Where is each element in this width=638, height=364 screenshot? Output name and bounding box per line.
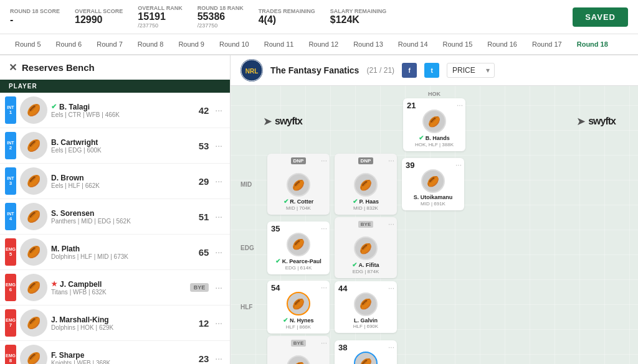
player-score: 51 — [190, 212, 209, 222]
card-menu-icon[interactable]: ··· — [388, 156, 394, 165]
avatar: 🏉 — [287, 173, 310, 197]
swyftx-logo-right: swyftx — [588, 116, 616, 127]
round-9-tab[interactable]: Round 9 — [171, 34, 212, 55]
bench-player-menu[interactable]: ··· — [212, 212, 225, 222]
player-club: Knights | WFB | 368K — [51, 360, 186, 365]
player-card: 39 ··· 🏉 S. Utoikamanu MID | 691K — [402, 158, 464, 210]
player-card: 44 ··· 🏉 L. Galvin HLF | 690K — [335, 281, 397, 334]
card-score: 54 — [271, 283, 280, 292]
player-card: BYE ··· 🏉 ✔ A. Fifita EDG | 874K — [335, 217, 397, 278]
bench-player-menu[interactable]: ··· — [212, 141, 225, 151]
player-name: F. Sharpe — [51, 351, 186, 360]
round-8-tab[interactable]: Round 8 — [130, 34, 171, 55]
card-score: 39 — [406, 161, 414, 170]
player-card-pos-price: MID | 704K — [286, 205, 311, 211]
card-menu-icon[interactable]: ··· — [457, 101, 463, 110]
close-icon[interactable]: ✕ — [9, 62, 17, 73]
reserves-bench-panel: ✕ Reserves Bench PLAYER INT 1 🏉 ✔ B. Tal… — [0, 55, 231, 364]
ctr-row: CTR BYE ··· 🏉 ✔ J. Wighton HLF, CTR | 44… — [240, 336, 628, 364]
bench-header: ✕ Reserves Bench — [0, 55, 230, 80]
round-18-tab[interactable]: Round 18 — [569, 34, 616, 55]
mid-cards: DNP ··· 🏉 ✔ R. Cotter MID | 704K DNP ···… — [267, 154, 628, 215]
bench-player-menu[interactable]: ··· — [212, 176, 225, 186]
facebook-button[interactable]: f — [402, 63, 417, 78]
round-13-tab[interactable]: Round 13 — [346, 34, 391, 55]
list-item: EMG 6 🏉 ★ J. Campbell Titans | WFB | 632… — [0, 270, 230, 306]
player-club: Eels | EDG | 600K — [51, 147, 186, 154]
bench-player-menu[interactable]: ··· — [212, 105, 225, 115]
check-icon: ✔ — [51, 103, 57, 111]
round-6-tab[interactable]: Round 6 — [49, 34, 90, 55]
player-card-pos-price: HOK, HLF | 388K — [415, 142, 454, 147]
edg-cards: 35 ··· 🏉 ✔ K. Pearce-Paul EDG | 614K BYE… — [267, 217, 628, 278]
round-17-tab[interactable]: Round 17 — [525, 34, 569, 55]
round-5-tab[interactable]: Round 5 — [7, 34, 49, 55]
hok-row: ➤ swyftx HOK 21 ··· 🏉 ✔ B. Hands HOK, HL… — [240, 91, 628, 151]
player-card-name: ✔ B. Hands — [419, 134, 450, 142]
bench-player-menu[interactable]: ··· — [212, 282, 225, 292]
saved-button[interactable]: SAVED — [573, 7, 628, 27]
avatar: 🏉 — [20, 309, 47, 337]
player-card: 54 ··· 🏉 ✔ N. Hynes HLF | 866K — [267, 281, 330, 334]
card-menu-icon[interactable]: ··· — [388, 220, 394, 228]
price-dropdown[interactable]: PRICE SCORE FORM — [447, 63, 495, 78]
round-14-tab[interactable]: Round 14 — [391, 34, 436, 55]
twitter-button[interactable]: t — [424, 63, 439, 78]
overall-rank-stat: OVERALL RANK 15191 /237750 — [138, 5, 182, 29]
bench-player-menu[interactable]: ··· — [212, 353, 225, 363]
card-menu-icon[interactable]: ··· — [321, 224, 327, 233]
round-11-tab[interactable]: Round 11 — [257, 34, 302, 55]
card-menu-icon[interactable]: ··· — [321, 338, 327, 347]
position-badge-int: INT 4 — [5, 203, 16, 230]
round18-score-value: - — [10, 14, 60, 26]
check-icon: ✔ — [283, 317, 288, 324]
player-card-pos-price: HLF | 690K — [353, 324, 378, 329]
player-info: B. Cartwright Eels | EDG | 600K — [51, 138, 186, 154]
check-icon: ✔ — [419, 134, 424, 141]
hok-label: HOK — [428, 91, 440, 97]
bench-player-menu[interactable]: ··· — [212, 247, 225, 257]
position-badge-emg: EMG 7 — [5, 309, 16, 337]
card-menu-icon[interactable]: ··· — [455, 161, 462, 169]
mid-label: MID — [240, 181, 262, 188]
salary-stat: SALARY REMAINING $124K — [330, 8, 387, 26]
dnp-badge: DNP — [291, 157, 307, 164]
player-name: ★ J. Campbell — [51, 280, 186, 289]
bye-badge: BYE — [358, 221, 373, 228]
avatar: 🏉 — [20, 167, 47, 195]
salary-value: $124K — [330, 14, 387, 26]
player-name: S. Sorensen — [51, 209, 186, 218]
round-10-tab[interactable]: Round 10 — [212, 34, 257, 55]
field-panel: NRL The Fantasy Fanatics (21 / 21) f t P… — [231, 55, 638, 364]
check-icon: ✔ — [275, 258, 280, 264]
check-icon: ✔ — [353, 198, 358, 205]
avatar: 🏉 — [20, 238, 47, 266]
player-club: Panthers | MID | EDG | 562K — [51, 218, 186, 225]
player-card: 38 ··· 🏉 K. Iro CTR | 520K — [335, 340, 397, 364]
player-card: DNP ··· 🏉 ✔ R. Cotter MID | 704K — [267, 154, 330, 215]
card-menu-icon[interactable]: ··· — [388, 343, 394, 352]
position-badge-int: INT 3 — [5, 167, 16, 195]
round-16-tab[interactable]: Round 16 — [480, 34, 525, 55]
team-name: The Fantasy Fanatics — [270, 65, 359, 75]
player-name: M. Plath — [51, 245, 186, 253]
player-card-pos-price: HLF | 866K — [286, 324, 311, 330]
card-menu-icon[interactable]: ··· — [321, 156, 327, 165]
round-15-tab[interactable]: Round 15 — [436, 34, 480, 55]
card-menu-icon[interactable]: ··· — [321, 283, 327, 292]
overall-rank-sub: /237750 — [138, 22, 182, 29]
position-badge-emg: EMG 8 — [5, 345, 16, 364]
player-info: D. Brown Eels | HLF | 662K — [51, 174, 186, 189]
overall-score-label: OVERALL SCORE — [75, 8, 123, 14]
round-7-tab[interactable]: Round 7 — [89, 34, 130, 55]
avatar: 🏉 — [20, 345, 47, 364]
star-icon: ★ — [51, 280, 57, 288]
round-12-tab[interactable]: Round 12 — [301, 34, 346, 55]
swyftx-arrow-right: ➤ — [576, 114, 586, 128]
player-club: Dolphins | HOK | 629K — [51, 324, 186, 331]
bench-player-menu[interactable]: ··· — [212, 318, 225, 328]
player-card-pos-price: EDG | 614K — [285, 265, 312, 271]
player-bye-badge: BYE — [190, 283, 209, 292]
card-menu-icon[interactable]: ··· — [388, 284, 394, 292]
overall-score-value: 12990 — [75, 14, 123, 26]
